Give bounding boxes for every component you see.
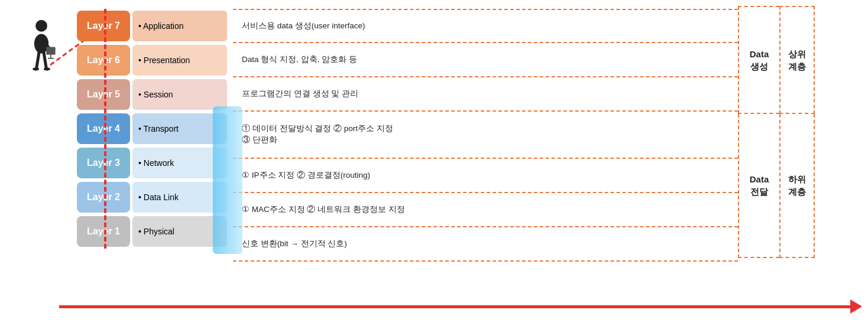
arrow-head-icon bbox=[850, 299, 862, 314]
data-label-lower: Data전달 bbox=[738, 114, 779, 258]
main-container: Layer 7• ApplicationLayer 6• Presentatio… bbox=[0, 0, 868, 323]
layer-badge-layer5: Layer 5 bbox=[77, 79, 130, 110]
right-group-lower: Data전달 하위계층 bbox=[738, 114, 856, 258]
layer-row-layer6: Layer 6• Presentation bbox=[77, 43, 227, 77]
desc-row-layer7: 서비스용 data 생성(user interface) bbox=[233, 9, 738, 43]
device-overlay bbox=[213, 106, 242, 254]
data-label-upper: Data생성 bbox=[738, 6, 779, 114]
right-labels: Data생성 상위계층 Data전달 하위계층 bbox=[738, 6, 856, 258]
layer-badge-layer3: Layer 3 bbox=[77, 148, 130, 178]
description-area: 서비스용 data 생성(user interface)Data 형식 지정, … bbox=[233, 9, 738, 262]
layer-badge-layer6: Layer 6 bbox=[77, 45, 130, 76]
layer-row-layer2: Layer 2• Data Link bbox=[77, 180, 227, 214]
layer-badge-layer2: Layer 2 bbox=[77, 182, 130, 213]
svg-point-5 bbox=[33, 67, 39, 71]
layer-row-layer1: Layer 1• Physical bbox=[77, 214, 227, 249]
desc-row-layer3: ① IP주소 지정 ② 경로결정(routing) bbox=[233, 159, 738, 193]
desc-row-layer2: ① MAC주소 지정 ② 네트워크 환경정보 지정 bbox=[233, 193, 738, 227]
layer-label-layer5: • Session bbox=[132, 79, 227, 110]
level-label-upper: 상위계층 bbox=[779, 6, 815, 114]
layer-row-layer4: Layer 4• Transport bbox=[77, 112, 227, 146]
arrow-line bbox=[59, 305, 850, 308]
layer-row-layer7: Layer 7• Application bbox=[77, 9, 227, 43]
desc-text-layer4: ① 데이터 전달방식 결정 ② port주소 지정 bbox=[242, 123, 393, 135]
layer-row-layer5: Layer 5• Session bbox=[77, 77, 227, 112]
person-area bbox=[12, 18, 71, 83]
layer-badge-layer4: Layer 4 bbox=[77, 113, 130, 144]
desc-row-layer1: 신호 변환(bit → 전기적 신호) bbox=[233, 227, 738, 262]
desc-row-layer6: Data 형식 지정, 압축, 암호화 등 bbox=[233, 43, 738, 77]
desc-row-layer5: 프로그램간의 연결 생성 및 관리 bbox=[233, 77, 738, 112]
layers-area: Layer 7• ApplicationLayer 6• Presentatio… bbox=[77, 9, 227, 249]
layer-label-layer7: • Application bbox=[132, 11, 227, 41]
bottom-arrow bbox=[59, 301, 862, 312]
layer-row-layer3: Layer 3• Network bbox=[77, 146, 227, 180]
svg-line-3 bbox=[37, 52, 39, 68]
level-label-lower: 하위계층 bbox=[779, 114, 815, 258]
layer-badge-layer7: Layer 7 bbox=[77, 11, 130, 41]
layer-label-layer6: • Presentation bbox=[132, 45, 227, 76]
desc-text-layer4: ③ 단편화 bbox=[242, 135, 277, 146]
desc-row-layer4: ① 데이터 전달방식 결정 ② port주소 지정③ 단편화 bbox=[233, 112, 738, 159]
layer-badge-layer1: Layer 1 bbox=[77, 216, 130, 247]
right-group-upper: Data생성 상위계층 bbox=[738, 6, 856, 114]
